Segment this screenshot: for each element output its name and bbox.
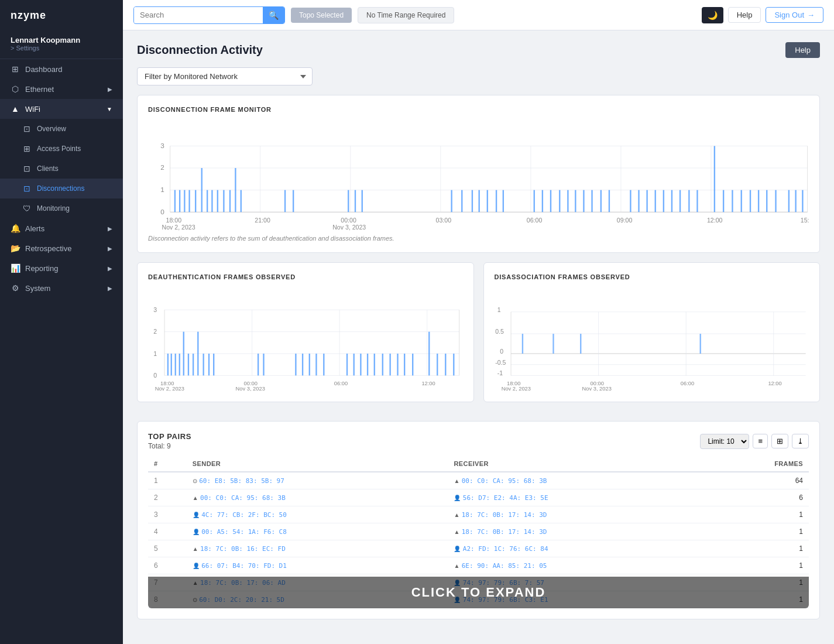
svg-rect-69 (688, 190, 689, 213)
svg-rect-125 (389, 354, 390, 375)
svg-rect-123 (374, 354, 375, 375)
svg-rect-104 (179, 354, 180, 375)
svg-rect-55 (559, 190, 560, 213)
alerts-icon: 🔔 (11, 224, 20, 233)
signout-label: Sign Out (774, 11, 804, 19)
sidebar-item-ethernet[interactable]: ⬡ Ethernet ▶ (0, 79, 123, 99)
svg-text:12:00: 12:00 (707, 217, 723, 224)
sidebar-item-clients[interactable]: ⊡ Clients (0, 159, 123, 179)
filter-row: Filter by Monitored Network (137, 67, 820, 85)
chevron-down-icon: ▼ (107, 106, 112, 112)
disassoc-chart-svg: 1 0.5 0 -0.5 -1 18:00 Nov 2, 2023 (495, 289, 809, 391)
row-num: 2 (148, 489, 187, 506)
svg-rect-112 (258, 354, 259, 375)
svg-rect-76 (758, 190, 759, 213)
svg-text:Nov 3, 2023: Nov 3, 2023 (332, 224, 366, 231)
retrospective-icon: 📂 (11, 244, 20, 253)
network-filter-select[interactable]: Filter by Monitored Network (137, 67, 313, 85)
sidebar-item-wifi[interactable]: ▲ WiFi ▼ (0, 99, 123, 119)
svg-text:-1: -1 (497, 370, 502, 377)
search-button[interactable]: 🔍 (263, 7, 284, 23)
receiver-mac[interactable]: 18: 7C: 0B: 17: 14: 3D (462, 511, 547, 519)
sender-mac[interactable]: 18: 7C: 0B: 16: EC: FD (200, 545, 286, 553)
row-num: 4 (148, 523, 187, 540)
svg-rect-109 (203, 354, 204, 375)
svg-rect-81 (802, 190, 803, 213)
svg-text:00:00: 00:00 (341, 217, 356, 224)
svg-rect-30 (188, 190, 190, 213)
svg-text:06:00: 06:00 (527, 217, 543, 224)
sidebar-item-alerts[interactable]: 🔔 Alerts ▶ (0, 218, 123, 238)
limit-select[interactable]: Limit: 10 Limit: 25 Limit: 50 (700, 434, 749, 449)
help-button[interactable]: Help (728, 7, 761, 23)
sender-mac[interactable]: 00: A5: 54: 1A: F6: C8 (201, 528, 287, 536)
sender-mac[interactable]: 4C: 77: CB: 2F: BC: 50 (201, 511, 287, 519)
wifi-icon: ▲ (11, 104, 20, 114)
user-settings-link[interactable]: > Settings (11, 44, 112, 52)
svg-rect-54 (550, 190, 551, 213)
svg-rect-128 (412, 354, 413, 375)
sidebar-item-overview[interactable]: ⊡ Overview (0, 119, 123, 139)
dark-mode-toggle[interactable]: 🌙 (702, 7, 723, 23)
sidebar-item-disconnections[interactable]: ⊡ Disconnections (0, 179, 123, 198)
topbar: 🔍 Topo Selected No Time Range Required 🌙… (123, 0, 834, 30)
expand-overlay[interactable]: CLICK TO EXPAND (148, 577, 809, 608)
svg-rect-52 (534, 190, 535, 213)
app-logo: nzyme (0, 0, 123, 31)
svg-text:Nov 2, 2023: Nov 2, 2023 (162, 224, 195, 231)
sidebar-item-retrospective[interactable]: 📂 Retrospective ▶ (0, 238, 123, 258)
sender-mac[interactable]: 00: C0: CA: 95: 68: 3B (200, 494, 286, 502)
signout-button[interactable]: Sign Out → (766, 7, 823, 23)
svg-rect-101 (167, 354, 169, 375)
table-view-btn-2[interactable]: ⊞ (771, 434, 788, 448)
page-help-button[interactable]: Help (785, 42, 820, 58)
svg-rect-49 (487, 190, 488, 213)
table-row: 6 👤 66: 07: B4: 70: FD: D1 ▲ 6E: 90: AA:… (148, 557, 809, 574)
receiver-cell: ▲ 18: 7C: 0B: 17: 14: 3D (448, 506, 709, 523)
svg-rect-121 (360, 354, 361, 375)
svg-text:0: 0 (500, 348, 503, 355)
svg-text:06:00: 06:00 (334, 381, 348, 386)
search-input[interactable] (134, 7, 263, 23)
svg-rect-28 (179, 190, 180, 213)
sidebar-item-label: Dashboard (25, 65, 63, 74)
deauth-chart-title: DEAUTHENTICATION FRAMES OBSERVED (148, 273, 463, 280)
sidebar-item-system[interactable]: ⚙ System ▶ (0, 278, 123, 298)
svg-rect-60 (600, 190, 602, 213)
sender-mac[interactable]: 60: E8: 5B: 83: 5B: 97 (199, 477, 284, 485)
receiver-cell: 👤 56: D7: E2: 4A: E3: 5E (448, 489, 709, 506)
svg-rect-34 (211, 190, 212, 213)
frames-val: 1 (709, 506, 809, 523)
receiver-mac[interactable]: 56: D7: E2: 4A: E3: 5E (463, 494, 548, 502)
sidebar-item-label: Access Points (37, 145, 81, 153)
sidebar-item-dashboard[interactable]: ⊞ Dashboard (0, 59, 123, 79)
svg-rect-64 (646, 190, 647, 213)
receiver-mac[interactable]: 18: 7C: 0B: 17: 14: 3D (462, 528, 547, 536)
sidebar-item-reporting[interactable]: 📊 Reporting ▶ (0, 258, 123, 278)
disconnection-chart-area: 0 1 2 3 (148, 121, 809, 242)
receiver-mac[interactable]: 00: C0: CA: 95: 68: 3B (462, 477, 547, 485)
receiver-mac[interactable]: A2: FD: 1C: 76: 6C: 84 (463, 545, 548, 553)
svg-rect-124 (382, 354, 383, 375)
sidebar-item-monitoring[interactable]: 🛡 Monitoring (0, 198, 123, 218)
svg-rect-156 (699, 334, 701, 354)
receiver-mac[interactable]: 6E: 90: AA: 85: 21: 05 (462, 562, 547, 570)
sender-cell: 👤 66: 07: B4: 70: FD: D1 (187, 557, 448, 574)
sender-cell: ▲ 18: 7C: 0B: 16: EC: FD (187, 540, 448, 557)
topo-select-button[interactable]: Topo Selected (291, 8, 352, 23)
sender-mac[interactable]: 66: 07: B4: 70: FD: D1 (201, 562, 287, 570)
disconnection-monitor-card: DISCONNECTION FRAME MONITOR 0 1 2 3 (137, 95, 820, 253)
svg-rect-153 (521, 334, 523, 354)
svg-text:2: 2 (153, 328, 157, 335)
svg-rect-62 (630, 190, 631, 213)
topbar-right: 🌙 Help Sign Out → (702, 7, 823, 23)
sidebar-item-label: Retrospective (25, 244, 71, 253)
svg-rect-57 (575, 190, 576, 213)
table-export-btn[interactable]: ⤓ (792, 434, 809, 448)
table-view-btn-1[interactable]: ≡ (753, 434, 768, 448)
sidebar-item-access-points[interactable]: ⊞ Access Points (0, 139, 123, 159)
frames-val: 64 (709, 472, 809, 489)
row-num: 3 (148, 506, 187, 523)
svg-rect-130 (437, 354, 438, 375)
sidebar-item-label: Reporting (25, 264, 58, 273)
